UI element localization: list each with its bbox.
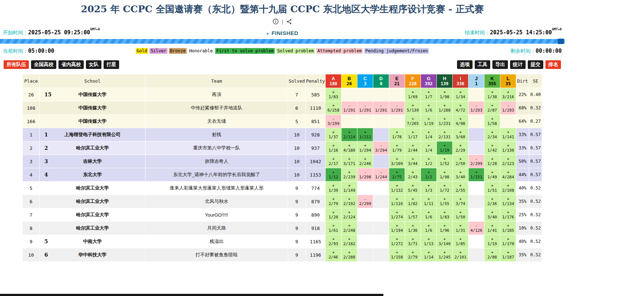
team-row[interactable]: 95中南大学栈溢出91165+2/93+2/182+1/272+3/71+1/1…	[23, 235, 542, 248]
attempt-mark: +	[389, 143, 405, 148]
horizontal-scrollbar-thumb[interactable]	[0, 294, 383, 296]
tool-button[interactable]: 选项	[457, 60, 473, 69]
tool-button[interactable]: 工具	[475, 60, 490, 69]
tool-button[interactable]: 提交	[528, 60, 543, 69]
penalty-cell: 585	[306, 88, 326, 101]
filter-button[interactable]: 打星	[104, 60, 119, 69]
problem-cell: +1/82	[405, 195, 421, 208]
attempt-mark: +	[437, 117, 452, 121]
attempt-mark: +	[453, 183, 468, 188]
problem-cell: +2/44	[405, 142, 421, 155]
attempt-detail: 5/45	[405, 188, 421, 193]
team-row[interactable]: 106华中科技大学打不好要被鱼鱼喷啦91196+2/46+2/288+1/158…	[23, 248, 542, 262]
attempt-mark: +	[421, 117, 436, 121]
contest-progress-bar[interactable]	[0, 39, 565, 44]
attempt-mark: +	[326, 183, 341, 188]
attempt-mark: -	[357, 197, 373, 201]
tool-button[interactable]: 排名	[545, 60, 561, 69]
team-cell: 重庆市第八中学校一队	[145, 142, 288, 155]
problem-cell: +1/69	[405, 88, 421, 101]
attempt-detail: 2/299	[357, 201, 373, 206]
problem-cell	[469, 128, 484, 142]
problem-header: K355	[484, 74, 500, 88]
problem-cell: +1/83	[326, 88, 341, 101]
se-cell: 0.57	[529, 155, 542, 168]
tool-button[interactable]: 统计	[510, 60, 526, 69]
attempt-mark: +	[421, 250, 436, 255]
problem-cell: +1/6	[421, 222, 437, 235]
problem-cell: +1/31	[453, 222, 469, 235]
place-cell: 4	[23, 168, 40, 182]
problem-cell: +1/83	[437, 208, 453, 222]
problem-cell: +1/245	[437, 248, 453, 262]
problem-cell: -3/299	[326, 115, 341, 128]
se-cell: 0.27	[529, 115, 542, 128]
column-header: SE	[529, 74, 542, 88]
attempt-mark: -	[389, 103, 405, 108]
problem-header: C3	[357, 74, 373, 88]
team-row[interactable]: 8哈尔滨工业大学月间天路9918+1/61+2/248+1/194+1/36+1…	[23, 222, 542, 235]
team-row[interactable]: 7哈尔滨工业大学YourGO!!!!!9890+1/20+2/124+1/274…	[23, 208, 542, 222]
school-name: 华中科技大学	[78, 252, 106, 257]
problem-cell: +5/45	[405, 182, 421, 195]
attempt-mark: +	[326, 250, 341, 255]
penalty-cell: 918	[306, 222, 326, 235]
attempt-mark: +	[421, 170, 436, 175]
toolbar: 所有队伍全国高校省内高校女队打星 选项工具导出统计提交排名	[0, 60, 565, 69]
attempt-detail: 1/231	[437, 121, 452, 126]
attempt-detail: 2/248	[341, 228, 357, 233]
problem-cell	[357, 235, 373, 248]
attempt-detail: 1/78	[389, 135, 405, 139]
problem-cell: -2/299	[357, 195, 373, 208]
attempt-detail: 2/123	[500, 161, 516, 166]
problem-cell: +3/40	[453, 168, 469, 182]
attempt-mark: +	[405, 157, 421, 161]
share-icon[interactable]	[286, 19, 292, 25]
attempt-detail: 2/79	[405, 255, 421, 260]
attempt-detail: 1/134	[500, 201, 516, 206]
team-row[interactable]: 44东北大学东北大学_请神十八年前的学长后我觉醒了101153+1/12+2/2…	[23, 168, 542, 182]
team-row[interactable]: 108中国传媒大学中传赶紧修郁子井地道队61110+6/258-1/291-1/…	[23, 101, 542, 115]
team-row[interactable]: 22哈尔滨工业大学重庆市第八中学校一队10937+1/16+4/180+1/29…	[23, 142, 542, 155]
attempt-mark: -	[469, 223, 484, 228]
legend: GoldSilverBronzeHonorableFirst to solve …	[0, 48, 565, 54]
attempt-mark: +	[405, 197, 421, 201]
filter-button[interactable]: 女队	[86, 60, 101, 69]
info-icon[interactable]	[273, 18, 279, 25]
place-cell: 2	[23, 142, 40, 155]
team-row[interactable]: 11上海楷登电子科技有限公司射线10928+1/37+2/114+1/212+1…	[23, 128, 542, 142]
attempt-mark: -	[373, 143, 389, 148]
attempt-detail: 3/40	[484, 215, 500, 219]
status-row: 开始时间：2025-05-25 09:25:00GMT+8 ●FINISHED …	[0, 29, 565, 36]
team-row[interactable]: 33吉林大学故障吉奇人101042+2/17+3/171+2/246+3/109…	[23, 155, 542, 168]
attempt-detail: 1/19	[421, 121, 436, 126]
attempt-mark: +	[421, 143, 436, 148]
school-name: 哈尔滨工业大学	[76, 225, 109, 231]
school-rank: 3	[44, 158, 48, 164]
filter-button[interactable]: 省内高校	[58, 60, 84, 69]
team-row[interactable]: 5哈尔滨工业大学逢来人彩蓬莱大形蓬莱人形缝莱入形蓬莱人形9774+1/39+1/…	[23, 182, 542, 195]
filter-button[interactable]: 所有队伍	[4, 60, 29, 69]
school-rank: 5	[44, 239, 48, 244]
team-row[interactable]: 6哈尔滨工业大学北风与秋水9879+2/79+2/192-2/299+1/116…	[23, 195, 542, 208]
attempt-mark: -	[341, 103, 357, 108]
end-time-value: 2025-05-25 14:25:00	[490, 29, 552, 36]
team-row[interactable]: 166中国传媒大学天衣无缝5851-3/299+7/265+1/19+1/231…	[23, 115, 542, 128]
attempt-mark: +	[484, 130, 500, 135]
attempt-detail: 1/34	[453, 95, 468, 99]
progress-slider-handle[interactable]	[558, 39, 564, 44]
attempt-detail: 1/82	[405, 201, 421, 206]
problem-cell	[389, 115, 405, 128]
problem-header: L35	[500, 74, 516, 88]
solved-cell: 5	[288, 115, 306, 128]
attempt-detail: 1/185	[500, 228, 516, 233]
team-row[interactable]: 2615中国传媒大学再演7585+1/83+1/69+1/7+1/98+1/34…	[23, 88, 542, 101]
tool-button[interactable]: 导出	[492, 60, 508, 69]
attempt-detail: 1/4	[421, 135, 436, 139]
filter-button[interactable]: 全国高校	[31, 60, 56, 69]
legend-item: Silver	[149, 48, 167, 54]
attempt-detail: 1/291	[341, 108, 357, 113]
problem-header: I336	[453, 74, 469, 88]
attempt-detail: 3/74	[453, 201, 468, 206]
attempt-detail: 1/3	[421, 188, 436, 193]
